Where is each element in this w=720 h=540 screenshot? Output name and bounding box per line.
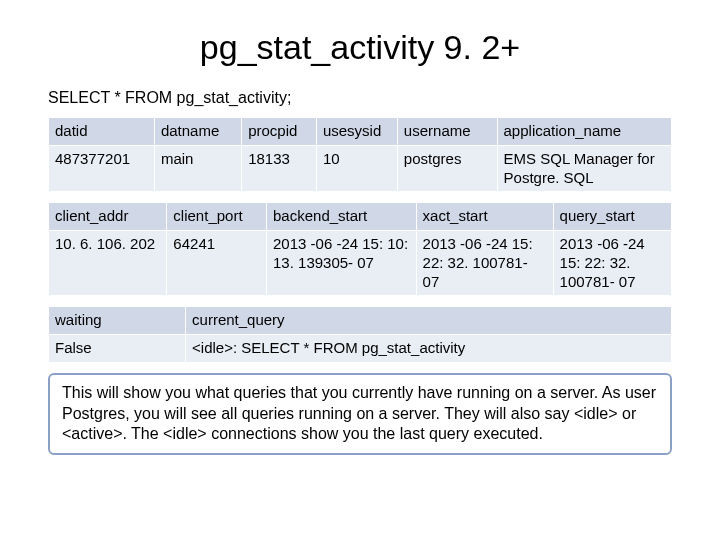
table-1: datid datname procpid usesysid username …	[48, 117, 672, 192]
table-row: 487377201 main 18133 10 postgres EMS SQL…	[49, 145, 672, 192]
col-header: xact_start	[416, 203, 553, 231]
col-header: client_port	[167, 203, 267, 231]
table-2: client_addr client_port backend_start xa…	[48, 202, 672, 296]
slide: pg_stat_activity 9. 2+ SELECT * FROM pg_…	[0, 0, 720, 475]
col-header: datname	[154, 118, 241, 146]
col-header: application_name	[497, 118, 671, 146]
cell: 10	[316, 145, 397, 192]
cell: EMS SQL Manager for Postgre. SQL	[497, 145, 671, 192]
col-header: username	[397, 118, 497, 146]
sql-statement: SELECT * FROM pg_stat_activity;	[48, 89, 672, 107]
cell: 2013 -06 -24 15: 22: 32. 100781- 07	[416, 231, 553, 296]
cell: 18133	[242, 145, 317, 192]
cell: 64241	[167, 231, 267, 296]
table-row: False <idle>: SELECT * FROM pg_stat_acti…	[49, 335, 672, 363]
explanation-note: This will show you what queries that you…	[48, 373, 672, 455]
col-header: datid	[49, 118, 155, 146]
cell: 2013 -06 -24 15: 10: 13. 139305- 07	[267, 231, 417, 296]
col-header: backend_start	[267, 203, 417, 231]
cell: False	[49, 335, 186, 363]
col-header: current_query	[186, 307, 672, 335]
table-header-row: waiting current_query	[49, 307, 672, 335]
col-header: waiting	[49, 307, 186, 335]
cell: 10. 6. 106. 202	[49, 231, 167, 296]
page-title: pg_stat_activity 9. 2+	[48, 28, 672, 67]
col-header: client_addr	[49, 203, 167, 231]
col-header: usesysid	[316, 118, 397, 146]
cell: 487377201	[49, 145, 155, 192]
table-header-row: client_addr client_port backend_start xa…	[49, 203, 672, 231]
col-header: query_start	[553, 203, 671, 231]
cell: 2013 -06 -24 15: 22: 32. 100781- 07	[553, 231, 671, 296]
table-header-row: datid datname procpid usesysid username …	[49, 118, 672, 146]
cell: main	[154, 145, 241, 192]
table-row: 10. 6. 106. 202 64241 2013 -06 -24 15: 1…	[49, 231, 672, 296]
table-3: waiting current_query False <idle>: SELE…	[48, 306, 672, 363]
cell: postgres	[397, 145, 497, 192]
cell: <idle>: SELECT * FROM pg_stat_activity	[186, 335, 672, 363]
col-header: procpid	[242, 118, 317, 146]
